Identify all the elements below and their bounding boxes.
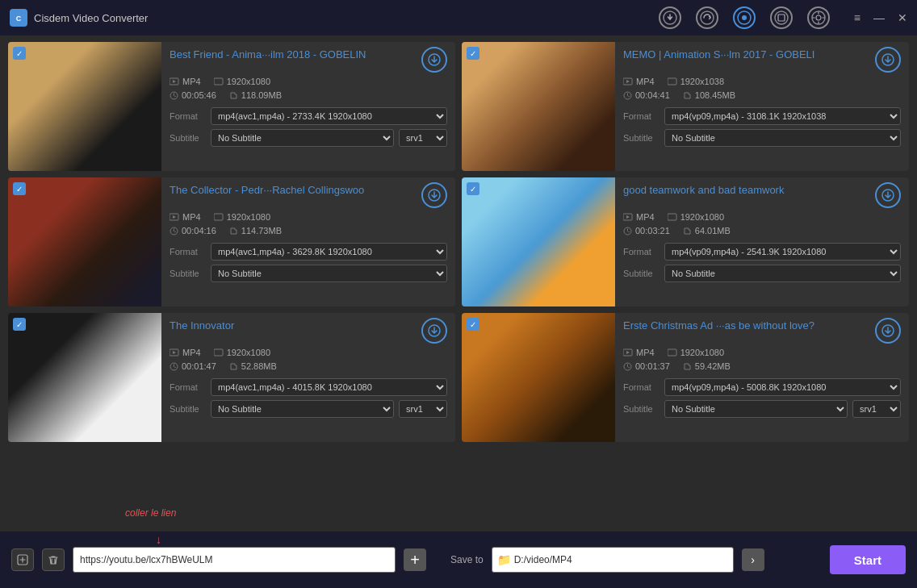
nav-record-icon[interactable] bbox=[733, 6, 756, 29]
duration-badge: 00:01:47 bbox=[170, 361, 216, 371]
add-url-button[interactable]: + bbox=[404, 548, 426, 571]
menu-button[interactable]: ≡ bbox=[854, 11, 860, 24]
app-title: Cisdem Video Converter bbox=[34, 12, 148, 24]
win-controls: ≡ — ✕ bbox=[854, 11, 907, 24]
subtitle-select[interactable]: No Subtitle bbox=[664, 129, 901, 147]
resolution-badge: 1920x1080 bbox=[214, 212, 270, 222]
format-select[interactable]: mp4(vp09,mp4a) - 5008.8K 1920x1080 bbox=[664, 378, 901, 396]
size-badge: 118.09MB bbox=[229, 90, 282, 100]
svg-rect-32 bbox=[668, 349, 676, 356]
delete-button[interactable] bbox=[42, 548, 65, 571]
video-card: ✓ The Collector - Pedr···Rachel Collings… bbox=[8, 177, 455, 307]
add-video-button[interactable] bbox=[11, 548, 34, 571]
video-title: Erste Christmas Ad ···as be without love… bbox=[623, 319, 844, 332]
format-label: Format bbox=[623, 382, 659, 392]
video-thumbnail: ✓ bbox=[8, 42, 161, 171]
subtitle-field-row: Subtitle No Subtitle srv1 bbox=[623, 400, 901, 418]
format-field-row: Format mp4(avc1,mp4a) - 2733.4K 1920x108… bbox=[170, 107, 447, 125]
video-meta: MP4 1920x1038 bbox=[623, 77, 901, 86]
download-button[interactable] bbox=[875, 318, 901, 344]
download-button[interactable] bbox=[421, 318, 447, 344]
video-thumbnail: ✓ bbox=[462, 313, 615, 442]
video-time-size: 00:01:37 59.42MB bbox=[623, 361, 901, 371]
subtitle-srv-select[interactable]: srv1 bbox=[852, 400, 901, 418]
nav-tools-icon[interactable] bbox=[807, 6, 830, 29]
subtitle-select[interactable]: No Subtitle bbox=[211, 129, 394, 147]
download-button[interactable] bbox=[875, 47, 901, 73]
start-button[interactable]: Start bbox=[830, 545, 906, 574]
video-list: ✓ Best Friend - Anima···ilm 2018 - GOBEL… bbox=[0, 35, 917, 532]
svg-rect-16 bbox=[668, 78, 676, 85]
url-input[interactable] bbox=[73, 547, 396, 573]
video-fields: Format mp4(vp09,mp4a) - 2541.9K 1920x108… bbox=[623, 243, 901, 282]
duration-badge: 00:01:37 bbox=[623, 361, 670, 371]
format-badge: MP4 bbox=[170, 348, 201, 357]
video-title: Best Friend - Anima···ilm 2018 - GOBELIN bbox=[170, 48, 395, 60]
titlebar: C Cisdem Video Converter ≡ — ✕ bbox=[0, 0, 917, 35]
svg-rect-20 bbox=[214, 214, 223, 220]
video-fields: Format mp4(avc1,mp4a) - 3629.8K 1920x108… bbox=[170, 243, 447, 282]
download-button[interactable] bbox=[421, 182, 447, 208]
download-button[interactable] bbox=[875, 182, 901, 208]
video-checkbox[interactable]: ✓ bbox=[467, 47, 479, 60]
format-badge: MP4 bbox=[623, 212, 655, 222]
subtitle-srv-select[interactable]: srv1 bbox=[399, 400, 447, 418]
format-select[interactable]: mp4(avc1,mp4a) - 4015.8K 1920x1080 bbox=[211, 378, 447, 396]
folder-icon: 📁 bbox=[497, 553, 511, 566]
browse-folder-button[interactable]: › bbox=[742, 548, 764, 571]
format-select[interactable]: mp4(vp09,mp4a) - 2541.9K 1920x1080 bbox=[664, 243, 901, 261]
tooltip-text: coller le lien bbox=[125, 507, 176, 519]
size-badge: 52.88MB bbox=[229, 361, 277, 371]
subtitle-label: Subtitle bbox=[623, 133, 659, 143]
subtitle-label: Subtitle bbox=[623, 269, 659, 278]
subtitle-label: Subtitle bbox=[623, 404, 659, 414]
format-badge: MP4 bbox=[623, 348, 655, 357]
video-meta: MP4 1920x1080 bbox=[170, 77, 447, 86]
video-fields: Format mp4(vp09,mp4a) - 5008.8K 1920x108… bbox=[623, 378, 901, 418]
duration-badge: 00:03:21 bbox=[623, 226, 670, 236]
duration-badge: 00:04:16 bbox=[170, 226, 216, 236]
svg-rect-7 bbox=[778, 15, 785, 21]
video-title: The Innovator bbox=[170, 319, 263, 332]
subtitle-field-row: Subtitle No Subtitle bbox=[623, 265, 901, 282]
minimize-button[interactable]: — bbox=[873, 11, 885, 24]
video-checkbox[interactable]: ✓ bbox=[13, 47, 26, 60]
subtitle-field-row: Subtitle No Subtitle bbox=[623, 129, 901, 147]
subtitle-select[interactable]: No Subtitle bbox=[664, 400, 848, 418]
nav-download-icon[interactable] bbox=[659, 6, 681, 29]
subtitle-srv-select[interactable]: srv1 bbox=[399, 129, 447, 147]
subtitle-label: Subtitle bbox=[170, 269, 206, 278]
video-info: The Collector - Pedr···Rachel Collingswo… bbox=[161, 177, 455, 307]
video-thumbnail: ✓ bbox=[462, 177, 615, 307]
video-fields: Format mp4(avc1,mp4a) - 4015.8K 1920x108… bbox=[170, 378, 447, 418]
resolution-badge: 1920x1080 bbox=[214, 348, 270, 357]
video-meta: MP4 1920x1080 bbox=[623, 348, 901, 357]
save-to-label: Save to bbox=[450, 554, 484, 565]
video-checkbox[interactable]: ✓ bbox=[467, 318, 479, 331]
resolution-badge: 1920x1080 bbox=[214, 77, 270, 86]
nav-convert-icon[interactable] bbox=[696, 6, 718, 29]
svg-point-5 bbox=[742, 15, 747, 20]
nav-edit-icon[interactable] bbox=[770, 6, 793, 29]
video-checkbox[interactable]: ✓ bbox=[13, 182, 26, 195]
format-select[interactable]: mp4(avc1,mp4a) - 3629.8K 1920x1080 bbox=[211, 243, 447, 261]
video-meta: MP4 1920x1080 bbox=[623, 212, 901, 222]
format-badge: MP4 bbox=[623, 77, 655, 86]
video-card: ✓ The Innovator MP4 1920x1080 bbox=[8, 313, 455, 442]
format-select[interactable]: mp4(vp09,mp4a) - 3108.1K 1920x1038 bbox=[664, 107, 901, 125]
subtitle-select[interactable]: No Subtitle bbox=[211, 400, 394, 418]
video-card: ✓ good teamwork and bad teamwork MP4 192… bbox=[462, 177, 909, 307]
subtitle-select[interactable]: No Subtitle bbox=[664, 265, 901, 282]
format-field-row: Format mp4(vp09,mp4a) - 3108.1K 1920x103… bbox=[623, 107, 901, 125]
video-info: good teamwork and bad teamwork MP4 1920x… bbox=[615, 177, 909, 307]
svg-rect-24 bbox=[668, 214, 676, 220]
video-info: Best Friend - Anima···ilm 2018 - GOBELIN… bbox=[161, 42, 455, 171]
video-checkbox[interactable]: ✓ bbox=[13, 318, 26, 331]
resolution-badge: 1920x1080 bbox=[668, 212, 724, 222]
video-checkbox[interactable]: ✓ bbox=[467, 182, 479, 195]
size-badge: 64.01MB bbox=[683, 226, 731, 236]
format-select[interactable]: mp4(avc1,mp4a) - 2733.4K 1920x1080 bbox=[211, 107, 447, 125]
download-button[interactable] bbox=[421, 47, 447, 73]
subtitle-select[interactable]: No Subtitle bbox=[211, 265, 447, 282]
close-button[interactable]: ✕ bbox=[898, 11, 907, 24]
